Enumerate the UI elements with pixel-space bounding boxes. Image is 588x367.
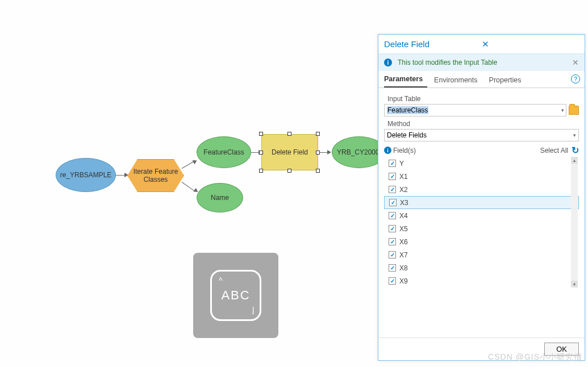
- field-name: Y: [399, 160, 404, 168]
- node-iterator[interactable]: Iterate Feature Classes: [127, 159, 184, 192]
- selection-handle[interactable]: [316, 151, 320, 155]
- info-message: This tool modifies the Input Table: [398, 59, 497, 66]
- field-row[interactable]: ✓X7: [384, 248, 579, 261]
- chevron-down-icon[interactable]: ▾: [561, 107, 564, 113]
- node-name[interactable]: Name: [197, 183, 243, 212]
- checkbox[interactable]: ✓: [389, 160, 396, 167]
- field-row[interactable]: ✓X6: [384, 235, 579, 248]
- checkbox[interactable]: ✓: [389, 264, 396, 272]
- placeholder-image: ^ ABC ⌋: [193, 253, 278, 338]
- dialog-title: Delete Field: [384, 39, 482, 49]
- field-name: X5: [399, 225, 408, 233]
- field-name: X4: [399, 212, 408, 220]
- browse-folder-icon[interactable]: [569, 106, 579, 115]
- info-icon: i: [384, 147, 391, 154]
- field-name: X3: [400, 199, 408, 207]
- caret-icon: ^: [219, 276, 223, 285]
- node-featureclass[interactable]: FeatureClass: [197, 136, 251, 168]
- node-label: re_YRBSAMPLE: [60, 171, 112, 179]
- tab-bar: Parameters Environments Properties ?: [378, 71, 585, 88]
- node-label: Delete Field: [272, 148, 308, 156]
- help-icon[interactable]: ?: [571, 74, 580, 84]
- selection-handle[interactable]: [259, 132, 263, 136]
- field-row[interactable]: ✓Y: [384, 157, 579, 170]
- node-input-data[interactable]: re_YRBSAMPLE: [56, 158, 116, 192]
- fields-list: ✓Y✓X1✓X2✓X3✓X4✓X5✓X6✓X7✓X8✓X9 ▴ ▾: [384, 157, 579, 287]
- ok-button[interactable]: OK: [544, 343, 579, 356]
- select-all-link[interactable]: Select All: [540, 147, 568, 155]
- checkbox[interactable]: ✓: [389, 199, 397, 206]
- node-label: Name: [211, 194, 229, 202]
- method-select[interactable]: Delete Fields ▾: [384, 129, 579, 141]
- close-icon[interactable]: ✕: [482, 39, 579, 49]
- tab-parameters[interactable]: Parameters: [384, 72, 427, 87]
- checkbox[interactable]: ✓: [389, 186, 396, 193]
- connector: [182, 182, 195, 191]
- connector: [182, 161, 194, 169]
- field-row[interactable]: ✓X2: [384, 183, 579, 196]
- info-icon: i: [384, 59, 392, 66]
- scroll-down-icon[interactable]: ▾: [571, 281, 578, 287]
- checkbox[interactable]: ✓: [389, 225, 396, 232]
- field-row[interactable]: ✓X8: [384, 261, 579, 274]
- parameters-body: Input Table FeatureClass ▾ Method Delete…: [378, 88, 585, 337]
- field-row[interactable]: ✓X1: [384, 170, 579, 183]
- info-bar: i This tool modifies the Input Table ✕: [378, 54, 585, 71]
- tab-properties[interactable]: Properties: [489, 73, 526, 87]
- field-name: X8: [399, 264, 408, 272]
- checkbox[interactable]: ✓: [389, 251, 396, 258]
- field-name: X7: [399, 251, 408, 259]
- field-row[interactable]: ✓X4: [384, 209, 579, 222]
- close-icon[interactable]: ✕: [572, 58, 579, 67]
- node-label: YRB_CY2000.: [337, 148, 381, 156]
- curve-icon: ⌋: [251, 306, 254, 315]
- method-value: Delete Fields: [387, 131, 427, 139]
- checkbox[interactable]: ✓: [389, 173, 396, 180]
- dialog-footer: OK: [378, 337, 585, 360]
- tab-environments[interactable]: Environments: [434, 73, 482, 87]
- field-name: X9: [399, 277, 408, 285]
- node-label: FeatureClass: [203, 148, 244, 156]
- field-name: X1: [399, 173, 408, 181]
- field-row[interactable]: ✓X9: [384, 274, 579, 287]
- tool-dialog: Delete Field ✕ i This tool modifies the …: [378, 34, 585, 361]
- scroll-up-icon[interactable]: ▴: [571, 157, 578, 164]
- selection-handle[interactable]: [259, 151, 263, 155]
- selection-handle[interactable]: [287, 169, 291, 173]
- chevron-down-icon[interactable]: ▾: [573, 132, 576, 138]
- arrow-icon: [327, 150, 331, 155]
- selection-handle[interactable]: [316, 132, 320, 136]
- field-name: X6: [399, 238, 408, 246]
- reset-icon[interactable]: ↻: [572, 145, 579, 156]
- dialog-titlebar: Delete Field ✕: [378, 35, 585, 54]
- selection-handle[interactable]: [259, 169, 263, 173]
- selection-handle[interactable]: [287, 132, 291, 136]
- selection-handle[interactable]: [316, 169, 320, 173]
- field-row[interactable]: ✓X3: [384, 196, 579, 209]
- field-row[interactable]: ✓X5: [384, 222, 579, 235]
- placeholder-text: ABC: [221, 288, 250, 303]
- field-name: X2: [399, 186, 408, 194]
- scrollbar[interactable]: ▴ ▾: [571, 157, 578, 287]
- node-delete-field-tool[interactable]: Delete Field: [261, 134, 318, 170]
- input-table-label: Input Table: [387, 95, 579, 103]
- fields-label: Field(s): [393, 147, 540, 155]
- method-label: Method: [387, 120, 579, 128]
- checkbox[interactable]: ✓: [389, 277, 396, 285]
- checkbox[interactable]: ✓: [389, 212, 396, 219]
- input-table-field[interactable]: FeatureClass ▾: [384, 104, 566, 116]
- arrow-icon: [192, 159, 198, 164]
- input-table-value: FeatureClass: [387, 106, 428, 114]
- fields-header: i Field(s) Select All ↻: [384, 145, 579, 156]
- node-label: Iterate Feature Classes: [128, 168, 184, 184]
- checkbox[interactable]: ✓: [389, 238, 396, 245]
- connector: [115, 175, 125, 176]
